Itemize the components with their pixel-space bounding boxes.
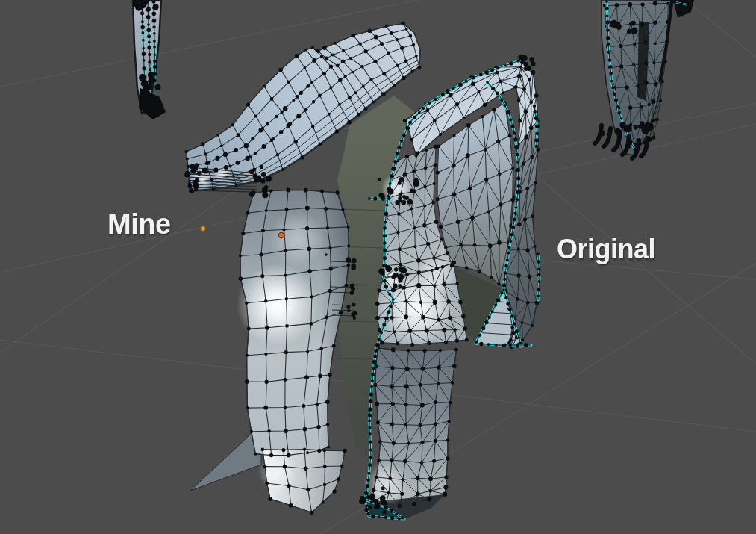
label-original: Original bbox=[557, 234, 655, 264]
viewport-canvas[interactable]: Mine Original bbox=[0, 0, 756, 534]
3d-cursor-dot bbox=[201, 226, 205, 231]
object-origin-dot[interactable] bbox=[278, 232, 284, 237]
viewport-3d[interactable]: Mine Original bbox=[0, 0, 756, 534]
label-mine: Mine bbox=[107, 208, 171, 240]
stray-vertex-dot bbox=[325, 253, 328, 256]
